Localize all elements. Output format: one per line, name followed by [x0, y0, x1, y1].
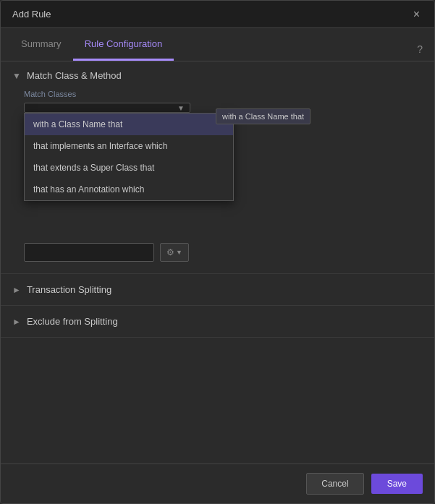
gear-button[interactable]: ⚙ ▼ — [160, 243, 189, 262]
dialog-body: ▼ Match Class & Method Match Classes ▼ w… — [1, 61, 434, 464]
dialog-header: Add Rule × — [1, 1, 434, 28]
transaction-splitting-title: Transaction Splitting — [27, 284, 111, 295]
dropdown-item-annotation[interactable]: that has an Annotation which — [25, 179, 233, 200]
exclude-chevron-icon: ► — [12, 317, 21, 327]
dropdown-item-class-name[interactable]: with a Class Name that — [25, 114, 233, 135]
tab-rule-configuration[interactable]: Rule Configuration — [73, 28, 174, 61]
exclude-splitting-title: Exclude from Splitting — [27, 316, 118, 327]
dropdown-item-super-class[interactable]: that extends a Super Class that — [25, 157, 233, 179]
help-icon[interactable]: ? — [414, 40, 426, 58]
dialog-footer: Cancel Save — [1, 464, 434, 503]
transaction-splitting-header[interactable]: ► Transaction Splitting — [1, 274, 434, 305]
transaction-splitting-section: ► Transaction Splitting — [1, 274, 434, 306]
match-section-header[interactable]: ▼ Match Class & Method — [1, 61, 434, 90]
dialog-title: Add Rule — [12, 9, 51, 20]
match-section-title: Match Class & Method — [27, 70, 122, 81]
dropdown-item-interface[interactable]: that implements an Interface which — [25, 135, 233, 157]
tab-summary[interactable]: Summary — [9, 28, 73, 61]
cancel-button[interactable]: Cancel — [306, 473, 363, 495]
class-name-input[interactable] — [24, 243, 154, 262]
match-chevron-icon: ▼ — [12, 71, 21, 81]
exclude-splitting-section: ► Exclude from Splitting — [1, 306, 434, 338]
save-button[interactable]: Save — [371, 474, 423, 494]
match-classes-label: Match Classes — [24, 90, 423, 98]
match-section-body: Match Classes ▼ with a Class Name that t… — [1, 90, 434, 273]
match-class-method-section: ▼ Match Class & Method Match Classes ▼ w… — [1, 61, 434, 274]
add-rule-dialog: Add Rule × Summary Rule Configuration ? … — [0, 0, 435, 504]
gear-icon: ⚙ — [166, 247, 174, 257]
tab-bar: Summary Rule Configuration ? — [1, 28, 434, 61]
transaction-chevron-icon: ► — [12, 285, 21, 295]
close-button[interactable]: × — [410, 7, 423, 22]
exclude-splitting-header[interactable]: ► Exclude from Splitting — [1, 306, 434, 337]
gear-dropdown-arrow: ▼ — [176, 249, 182, 256]
match-classes-dropdown[interactable]: ▼ — [24, 103, 190, 113]
dropdown-list: with a Class Name that that implements a… — [24, 113, 234, 201]
tabs: Summary Rule Configuration — [9, 28, 174, 61]
dropdown-display[interactable] — [24, 103, 190, 113]
class-name-input-row: ⚙ ▼ — [24, 243, 423, 262]
